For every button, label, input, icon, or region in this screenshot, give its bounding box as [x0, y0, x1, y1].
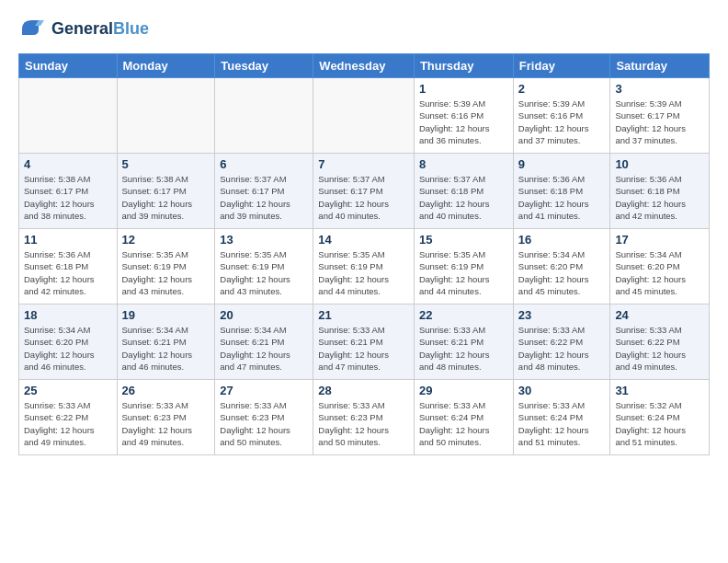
day-info: Sunrise: 5:33 AM Sunset: 6:22 PM Dayligh…	[24, 399, 112, 448]
day-info: Sunrise: 5:32 AM Sunset: 6:24 PM Dayligh…	[615, 399, 704, 448]
day-info: Sunrise: 5:34 AM Sunset: 6:21 PM Dayligh…	[220, 324, 308, 373]
header: GeneralBlue	[18, 15, 710, 44]
calendar-day-cell: 10Sunrise: 5:36 AM Sunset: 6:18 PM Dayli…	[610, 154, 710, 229]
day-info: Sunrise: 5:36 AM Sunset: 6:18 PM Dayligh…	[24, 248, 112, 297]
logo-text: GeneralBlue	[51, 20, 149, 39]
calendar-day-cell: 2Sunrise: 5:39 AM Sunset: 6:16 PM Daylig…	[513, 78, 610, 154]
day-number: 3	[615, 82, 704, 96]
day-info: Sunrise: 5:36 AM Sunset: 6:18 PM Dayligh…	[615, 173, 704, 222]
day-info: Sunrise: 5:33 AM Sunset: 6:23 PM Dayligh…	[220, 399, 308, 448]
day-number: 12	[122, 233, 210, 247]
calendar-day-cell: 29Sunrise: 5:33 AM Sunset: 6:24 PM Dayli…	[414, 380, 513, 455]
day-number: 13	[220, 233, 308, 247]
calendar-day-cell: 25Sunrise: 5:33 AM Sunset: 6:22 PM Dayli…	[19, 380, 118, 455]
day-info: Sunrise: 5:35 AM Sunset: 6:19 PM Dayligh…	[419, 248, 508, 297]
day-info: Sunrise: 5:35 AM Sunset: 6:19 PM Dayligh…	[318, 248, 409, 297]
day-number: 17	[615, 233, 704, 247]
calendar-day-cell: 21Sunrise: 5:33 AM Sunset: 6:21 PM Dayli…	[313, 304, 415, 380]
calendar-day-header: Tuesday	[215, 54, 313, 78]
calendar-day-cell: 30Sunrise: 5:33 AM Sunset: 6:24 PM Dayli…	[513, 380, 610, 455]
calendar-day-cell: 19Sunrise: 5:34 AM Sunset: 6:21 PM Dayli…	[117, 304, 215, 380]
day-number: 24	[615, 308, 704, 322]
day-number: 4	[24, 157, 112, 171]
calendar-day-cell	[313, 78, 415, 154]
day-info: Sunrise: 5:33 AM Sunset: 6:24 PM Dayligh…	[518, 399, 606, 448]
day-number: 5	[122, 157, 210, 171]
calendar-day-cell: 18Sunrise: 5:34 AM Sunset: 6:20 PM Dayli…	[19, 304, 118, 380]
day-info: Sunrise: 5:35 AM Sunset: 6:19 PM Dayligh…	[122, 248, 210, 297]
calendar-day-cell: 4Sunrise: 5:38 AM Sunset: 6:17 PM Daylig…	[19, 154, 118, 229]
day-number: 7	[318, 157, 409, 171]
calendar-week-row: 1Sunrise: 5:39 AM Sunset: 6:16 PM Daylig…	[19, 78, 710, 154]
day-info: Sunrise: 5:37 AM Sunset: 6:17 PM Dayligh…	[318, 173, 409, 222]
calendar-day-cell: 8Sunrise: 5:37 AM Sunset: 6:18 PM Daylig…	[414, 154, 513, 229]
calendar-day-cell: 17Sunrise: 5:34 AM Sunset: 6:20 PM Dayli…	[610, 229, 710, 304]
calendar-day-cell: 1Sunrise: 5:39 AM Sunset: 6:16 PM Daylig…	[414, 78, 513, 154]
day-info: Sunrise: 5:33 AM Sunset: 6:23 PM Dayligh…	[122, 399, 210, 448]
calendar-week-row: 25Sunrise: 5:33 AM Sunset: 6:22 PM Dayli…	[19, 380, 710, 455]
day-number: 10	[615, 157, 704, 171]
day-number: 23	[518, 308, 606, 322]
day-info: Sunrise: 5:33 AM Sunset: 6:21 PM Dayligh…	[419, 324, 508, 373]
calendar-day-cell: 22Sunrise: 5:33 AM Sunset: 6:21 PM Dayli…	[414, 304, 513, 380]
calendar-day-cell: 26Sunrise: 5:33 AM Sunset: 6:23 PM Dayli…	[117, 380, 215, 455]
day-info: Sunrise: 5:34 AM Sunset: 6:20 PM Dayligh…	[24, 324, 112, 373]
calendar-day-cell: 27Sunrise: 5:33 AM Sunset: 6:23 PM Dayli…	[215, 380, 313, 455]
day-number: 21	[318, 308, 409, 322]
day-number: 28	[318, 384, 409, 397]
day-number: 1	[419, 82, 508, 96]
day-number: 27	[220, 384, 308, 397]
day-info: Sunrise: 5:34 AM Sunset: 6:21 PM Dayligh…	[122, 324, 210, 373]
calendar-day-cell: 24Sunrise: 5:33 AM Sunset: 6:22 PM Dayli…	[610, 304, 710, 380]
calendar-day-cell	[117, 78, 215, 154]
day-info: Sunrise: 5:37 AM Sunset: 6:17 PM Dayligh…	[220, 173, 308, 222]
day-number: 25	[24, 384, 112, 397]
logo: GeneralBlue	[18, 15, 149, 44]
calendar-day-header: Saturday	[610, 54, 710, 78]
calendar-day-cell: 14Sunrise: 5:35 AM Sunset: 6:19 PM Dayli…	[313, 229, 415, 304]
day-info: Sunrise: 5:38 AM Sunset: 6:17 PM Dayligh…	[24, 173, 112, 222]
day-number: 9	[518, 157, 606, 171]
day-info: Sunrise: 5:33 AM Sunset: 6:24 PM Dayligh…	[419, 399, 508, 448]
calendar-day-header: Thursday	[414, 54, 513, 78]
day-number: 11	[24, 233, 112, 247]
day-number: 19	[122, 308, 210, 322]
calendar-day-cell: 9Sunrise: 5:36 AM Sunset: 6:18 PM Daylig…	[513, 154, 610, 229]
calendar-day-header: Friday	[513, 54, 610, 78]
calendar-week-row: 11Sunrise: 5:36 AM Sunset: 6:18 PM Dayli…	[19, 229, 710, 304]
day-info: Sunrise: 5:34 AM Sunset: 6:20 PM Dayligh…	[518, 248, 606, 297]
day-info: Sunrise: 5:37 AM Sunset: 6:18 PM Dayligh…	[419, 173, 508, 222]
day-info: Sunrise: 5:39 AM Sunset: 6:16 PM Dayligh…	[419, 98, 508, 146]
calendar-day-header: Wednesday	[313, 54, 415, 78]
calendar-day-cell: 16Sunrise: 5:34 AM Sunset: 6:20 PM Dayli…	[513, 229, 610, 304]
calendar-day-cell: 31Sunrise: 5:32 AM Sunset: 6:24 PM Dayli…	[610, 380, 710, 455]
calendar-day-cell: 11Sunrise: 5:36 AM Sunset: 6:18 PM Dayli…	[19, 229, 118, 304]
calendar-day-cell	[19, 78, 118, 154]
day-number: 30	[518, 384, 606, 397]
day-number: 29	[419, 384, 508, 397]
calendar-day-header: Monday	[117, 54, 215, 78]
logo-icon	[18, 15, 48, 44]
day-number: 8	[419, 157, 508, 171]
calendar-day-cell: 7Sunrise: 5:37 AM Sunset: 6:17 PM Daylig…	[313, 154, 415, 229]
calendar-day-cell: 23Sunrise: 5:33 AM Sunset: 6:22 PM Dayli…	[513, 304, 610, 380]
day-info: Sunrise: 5:33 AM Sunset: 6:21 PM Dayligh…	[318, 324, 409, 373]
day-number: 2	[518, 82, 606, 96]
day-number: 18	[24, 308, 112, 322]
calendar-day-cell: 3Sunrise: 5:39 AM Sunset: 6:17 PM Daylig…	[610, 78, 710, 154]
page: GeneralBlue SundayMondayTuesdayWednesday…	[0, 0, 728, 563]
day-number: 16	[518, 233, 606, 247]
calendar-table: SundayMondayTuesdayWednesdayThursdayFrid…	[18, 53, 710, 455]
day-info: Sunrise: 5:33 AM Sunset: 6:22 PM Dayligh…	[615, 324, 704, 373]
calendar-day-cell: 13Sunrise: 5:35 AM Sunset: 6:19 PM Dayli…	[215, 229, 313, 304]
day-info: Sunrise: 5:39 AM Sunset: 6:16 PM Dayligh…	[518, 98, 606, 146]
calendar-week-row: 4Sunrise: 5:38 AM Sunset: 6:17 PM Daylig…	[19, 154, 710, 229]
calendar-day-cell: 20Sunrise: 5:34 AM Sunset: 6:21 PM Dayli…	[215, 304, 313, 380]
calendar-day-cell: 28Sunrise: 5:33 AM Sunset: 6:23 PM Dayli…	[313, 380, 415, 455]
day-number: 26	[122, 384, 210, 397]
day-info: Sunrise: 5:33 AM Sunset: 6:22 PM Dayligh…	[518, 324, 606, 373]
calendar-day-cell: 12Sunrise: 5:35 AM Sunset: 6:19 PM Dayli…	[117, 229, 215, 304]
day-number: 6	[220, 157, 308, 171]
calendar-day-cell	[215, 78, 313, 154]
day-number: 31	[615, 384, 704, 397]
